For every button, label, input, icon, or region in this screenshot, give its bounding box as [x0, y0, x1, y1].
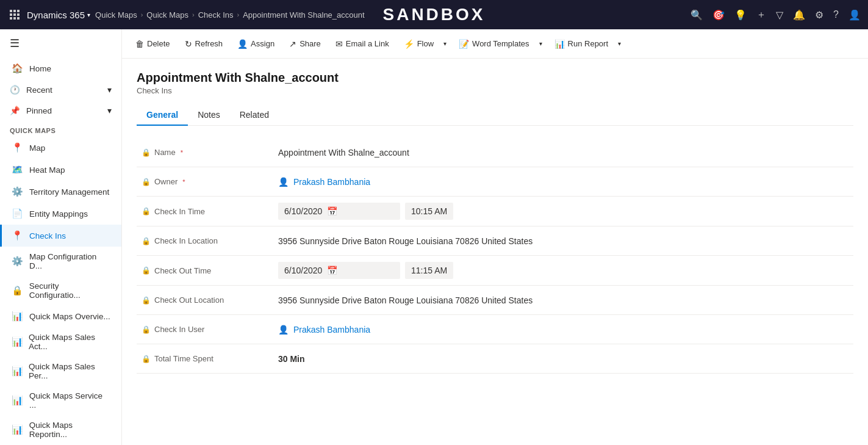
field-check-out-time-row: 🔒 Check Out Time 6/10/2020 📅 11:15 AM: [137, 256, 853, 286]
word-templates-chevron-button[interactable]: ▾: [536, 37, 546, 51]
check-out-date-input[interactable]: 6/10/2020 📅: [278, 262, 400, 279]
lock-icon-check-in-user: 🔒: [142, 325, 151, 334]
pinned-chevron-icon: ▾: [107, 106, 112, 115]
breadcrumb: Quick Maps › Quick Maps › Check Ins › Ap…: [95, 10, 686, 20]
field-check-in-location-row: 🔒 Check In Location 3956 Sunnyside Drive…: [137, 226, 853, 256]
lock-icon-check-in-loc: 🔒: [142, 237, 151, 245]
tab-general[interactable]: General: [137, 105, 188, 126]
top-navigation: Dynamics 365 ▾ Quick Maps › Quick Maps ›…: [0, 0, 868, 29]
sidebar-toggle[interactable]: ☰: [0, 29, 121, 57]
check-out-time-input[interactable]: 11:15 AM: [405, 262, 453, 279]
sidebar-item-home[interactable]: 🏠 Home: [0, 57, 121, 79]
sidebar-item-pinned[interactable]: 📌 Pinned ▾: [0, 100, 121, 121]
settings-icon[interactable]: ⚙: [815, 9, 823, 21]
field-name-label: 🔒 Name *: [137, 142, 271, 163]
lock-icon-name: 🔒: [142, 148, 151, 157]
heat-map-icon: 🗺️: [12, 164, 23, 175]
sidebar-item-map[interactable]: 📍 Map: [0, 137, 121, 159]
tabs: General Notes Related: [137, 105, 853, 126]
check-in-time-input[interactable]: 10:15 AM: [405, 203, 453, 220]
delete-icon: 🗑: [135, 39, 144, 49]
qm-sales-act-icon: 📊: [12, 336, 23, 347]
tab-related[interactable]: Related: [230, 105, 279, 126]
check-ins-icon: 📍: [12, 230, 23, 241]
sidebar-item-quick-maps-sales-act[interactable]: 📊 Quick Maps Sales Act...: [0, 327, 121, 356]
lock-icon-total-time: 🔒: [142, 355, 151, 363]
word-templates-button[interactable]: 📝 Word Templates: [453, 35, 535, 52]
field-check-in-time-label: 🔒 Check In Time: [137, 201, 271, 222]
field-check-in-user-value[interactable]: 👤 Prakash Bambhania: [271, 319, 853, 341]
sidebar: ☰ 🏠 Home 🕐 Recent ▾ 📌 Pinned ▾ Quick Map…: [0, 29, 122, 445]
lightbulb-icon[interactable]: 💡: [734, 9, 747, 21]
field-check-in-time-value: 6/10/2020 📅 10:15 AM: [271, 197, 853, 226]
word-templates-icon: 📝: [459, 39, 469, 49]
sidebar-item-quick-maps-overview[interactable]: 📊 Quick Maps Overvie...: [0, 305, 121, 327]
target-icon[interactable]: 🎯: [712, 9, 725, 21]
refresh-button[interactable]: ↻ Refresh: [179, 35, 229, 52]
qm-reporting-icon: 📊: [12, 424, 23, 435]
svg-rect-3: [10, 13, 12, 16]
sidebar-item-map-configuration[interactable]: ⚙️ Map Configuration D...: [0, 247, 121, 276]
field-check-in-time-row: 🔒 Check In Time 6/10/2020 📅 10:15 AM: [137, 197, 853, 226]
sidebar-item-heat-map[interactable]: 🗺️ Heat Map: [0, 159, 121, 181]
field-check-in-user-row: 🔒 Check In User 👤 Prakash Bambhania: [137, 315, 853, 344]
run-report-icon: 📊: [554, 39, 565, 49]
run-report-button-group: 📊 Run Report ▾: [548, 35, 625, 52]
help-icon[interactable]: ?: [833, 9, 839, 20]
delete-button[interactable]: 🗑 Delete: [129, 35, 176, 52]
check-in-date-input[interactable]: 6/10/2020 📅: [278, 203, 400, 220]
user-icon[interactable]: 👤: [848, 9, 861, 21]
territory-icon: ⚙️: [12, 186, 23, 197]
sidebar-item-security-configuration[interactable]: 🔒 Security Configuratio...: [0, 276, 121, 305]
tab-notes[interactable]: Notes: [188, 105, 230, 126]
page-title: Appointment With Shalne_account: [137, 71, 853, 85]
search-icon[interactable]: 🔍: [690, 9, 703, 21]
flow-button[interactable]: ⚡ Flow: [398, 35, 440, 52]
filter-icon[interactable]: ▽: [776, 9, 783, 21]
run-report-chevron-button[interactable]: ▾: [614, 37, 625, 51]
sidebar-item-check-ins[interactable]: 📍 Check Ins: [0, 225, 121, 247]
assign-button[interactable]: 👤 Assign: [231, 35, 281, 52]
field-check-in-location-label: 🔒 Check In Location: [137, 230, 271, 251]
home-icon: 🏠: [12, 63, 23, 74]
field-total-time-label: 🔒 Total Time Spent: [137, 348, 271, 369]
field-total-time-row: 🔒 Total Time Spent 30 Min: [137, 344, 853, 374]
svg-rect-8: [17, 17, 20, 20]
field-owner-value[interactable]: 👤 Prakash Bambhania: [271, 171, 853, 193]
sidebar-item-quick-maps-service[interactable]: 📊 Quick Maps Service ...: [0, 386, 121, 415]
sidebar-item-territory-management[interactable]: ⚙️ Territory Management: [0, 181, 121, 203]
share-button[interactable]: ↗ Share: [283, 35, 327, 52]
recent-chevron-icon: ▾: [107, 85, 112, 95]
bell-icon[interactable]: 🔔: [793, 9, 805, 21]
security-icon: 🔒: [12, 285, 23, 296]
calendar-icon-check-in: 📅: [327, 206, 337, 216]
breadcrumb-current[interactable]: Appointment With Shalne_account: [243, 10, 364, 20]
field-check-out-time-label: 🔒 Check Out Time: [137, 260, 271, 281]
sidebar-item-quick-maps-reporting[interactable]: 📊 Quick Maps Reportin...: [0, 415, 121, 444]
run-report-button[interactable]: 📊 Run Report: [548, 35, 614, 52]
map-icon: 📍: [12, 142, 23, 153]
email-link-button[interactable]: ✉ Email a Link: [329, 35, 395, 52]
app-name[interactable]: Dynamics 365 ▾: [27, 10, 90, 20]
breadcrumb-check-ins[interactable]: Check Ins: [198, 10, 234, 20]
plus-icon[interactable]: ＋: [756, 9, 766, 21]
field-check-out-location-row: 🔒 Check Out Location 3956 Sunnyside Driv…: [137, 286, 853, 315]
page-subtitle: Check Ins: [137, 86, 853, 95]
required-star-owner: *: [182, 178, 185, 186]
grid-icon[interactable]: [7, 7, 22, 22]
breadcrumb-quick-maps-2[interactable]: Quick Maps: [146, 10, 188, 20]
flow-chevron-button[interactable]: ▾: [440, 37, 450, 51]
lock-icon-check-in-time: 🔒: [142, 207, 151, 215]
flow-icon: ⚡: [404, 39, 414, 49]
sidebar-item-entity-mappings[interactable]: 📄 Entity Mappings: [0, 203, 121, 225]
sidebar-item-quick-maps-sales-per[interactable]: 📊 Quick Maps Sales Per...: [0, 356, 121, 386]
lock-icon-owner: 🔒: [142, 178, 151, 186]
lock-icon-check-out-loc: 🔒: [142, 296, 151, 305]
breadcrumb-quick-maps-1[interactable]: Quick Maps: [95, 10, 137, 20]
check-in-user-icon: 👤: [278, 325, 289, 335]
field-check-out-time-value: 6/10/2020 📅 11:15 AM: [271, 256, 853, 285]
qm-overview-icon: 📊: [12, 311, 23, 322]
field-check-in-user-label: 🔒 Check In User: [137, 319, 271, 340]
main-layout: ☰ 🏠 Home 🕐 Recent ▾ 📌 Pinned ▾ Quick Map…: [0, 29, 868, 445]
sidebar-item-recent[interactable]: 🕐 Recent ▾: [0, 79, 121, 100]
